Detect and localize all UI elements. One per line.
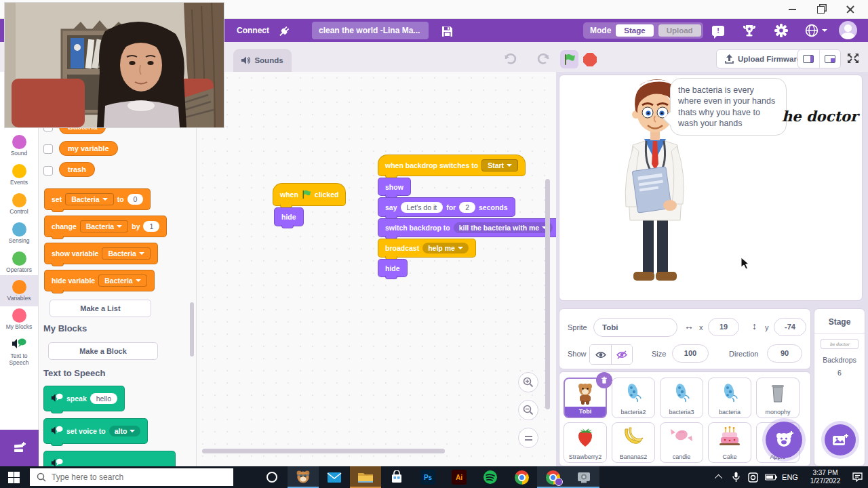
- redo-icon[interactable]: [503, 52, 518, 66]
- mode-stage-button[interactable]: Stage: [616, 24, 653, 37]
- variable-dropdown[interactable]: Bacteria: [65, 193, 113, 205]
- window-maximize-button[interactable]: [808, 0, 833, 19]
- delete-sprite-button[interactable]: [596, 372, 612, 388]
- language-globe-icon[interactable]: [804, 24, 819, 37]
- hide-variable-block[interactable]: hide variable Bacteria: [44, 270, 155, 291]
- green-flag-button[interactable]: [560, 50, 578, 68]
- variable-pill-trash[interactable]: trash: [59, 162, 95, 177]
- tray-microphone-icon[interactable]: [728, 466, 743, 488]
- variable-dropdown[interactable]: Bacteria: [98, 274, 146, 287]
- variable-pill-my-variable[interactable]: my variable: [59, 141, 118, 156]
- zoom-in-button[interactable]: [518, 372, 538, 392]
- category-text-to-speech[interactable]: Text to Speech: [0, 336, 38, 367]
- sprite-name-input[interactable]: [593, 318, 677, 337]
- stop-button[interactable]: [583, 53, 597, 66]
- category-sound[interactable]: Sound: [0, 133, 38, 157]
- connect-menu[interactable]: Connect: [237, 26, 269, 35]
- say-seconds-input[interactable]: 2: [459, 202, 475, 213]
- taskbar-chrome-profile-icon[interactable]: [537, 466, 568, 488]
- when-flag-clicked-block[interactable]: when clicked: [273, 183, 346, 206]
- variable-checkbox-my-variable[interactable]: [43, 144, 53, 154]
- tray-battery-icon[interactable]: [762, 466, 780, 488]
- taskbar-photoshop-icon[interactable]: Ps: [412, 466, 443, 488]
- sprite-item-cake[interactable]: Cake: [708, 422, 751, 463]
- broadcast-block[interactable]: broadcast help me: [378, 239, 476, 258]
- variable-dropdown[interactable]: Bacteria: [80, 220, 128, 232]
- save-icon[interactable]: [439, 24, 454, 38]
- fullscreen-icon[interactable]: [846, 52, 861, 66]
- sprite-item-candie[interactable]: candie: [660, 422, 703, 463]
- window-close-button[interactable]: [838, 0, 863, 19]
- make-a-block-button[interactable]: Make a Block: [48, 342, 158, 360]
- zoom-reset-button[interactable]: [518, 428, 538, 448]
- set-value-input[interactable]: 0: [127, 194, 144, 205]
- y-position-input[interactable]: -74: [774, 318, 806, 336]
- project-name-field[interactable]: clean the world -Lina Ma...: [312, 22, 429, 39]
- palette-scrollbar[interactable]: [190, 302, 194, 357]
- stage-selector-panel[interactable]: Stage he doctor Backdrops 6: [814, 308, 865, 466]
- voice-dropdown[interactable]: alto: [109, 426, 141, 436]
- sprite-item-bacteria2[interactable]: bacteria2: [612, 378, 655, 418]
- hide-block[interactable]: hide: [378, 259, 408, 277]
- search-input[interactable]: [52, 472, 214, 482]
- taskbar-recorder-icon[interactable]: [568, 466, 599, 488]
- script-vertical-scrollbar[interactable]: [545, 179, 550, 409]
- broadcast-message-dropdown[interactable]: help me: [422, 243, 469, 253]
- direction-input[interactable]: 90: [767, 344, 802, 363]
- stage-viewport[interactable]: the bacteria is every where even in your…: [559, 75, 863, 301]
- change-variable-block[interactable]: change Bacteria by 1: [44, 216, 167, 237]
- upload-firmware-button[interactable]: Upload Firmware: [716, 49, 810, 68]
- start-button[interactable]: [8, 472, 20, 483]
- cortana-button[interactable]: [256, 466, 288, 488]
- say-text-input[interactable]: Let's do it: [401, 202, 443, 213]
- x-position-input[interactable]: 19: [708, 318, 739, 336]
- show-variable-block[interactable]: show variable Bacteria: [44, 243, 158, 264]
- backdrop-dropdown[interactable]: kill the bacteria with me: [454, 222, 553, 233]
- taskbar-mail-icon[interactable]: [319, 466, 350, 488]
- show-block[interactable]: show: [378, 178, 411, 196]
- sprite-item-strawberry2[interactable]: Strawberry2: [564, 422, 607, 463]
- add-sprite-button[interactable]: [766, 422, 802, 458]
- category-sensing[interactable]: Sensing: [0, 220, 38, 245]
- variable-dropdown[interactable]: Bacteria: [102, 247, 150, 260]
- tray-language[interactable]: ENG: [778, 466, 802, 488]
- speak-value-input[interactable]: hello: [90, 393, 117, 404]
- hide-block[interactable]: hide: [274, 207, 304, 226]
- window-minimize-button[interactable]: [780, 0, 804, 19]
- when-backdrop-switches-block[interactable]: when backdrop switches to Start: [378, 155, 526, 176]
- category-operators[interactable]: Operators: [0, 249, 38, 274]
- backdrop-dropdown[interactable]: Start: [481, 159, 518, 171]
- speak-block[interactable]: speak hello: [43, 386, 125, 411]
- taskbar-spotify-icon[interactable]: [475, 466, 506, 488]
- taskbar-chrome-icon[interactable]: [506, 466, 537, 488]
- sprite-item-monophy[interactable]: monophy: [756, 378, 800, 418]
- category-my-blocks[interactable]: My Blocks: [0, 306, 38, 331]
- mode-upload-button[interactable]: Upload: [658, 24, 701, 37]
- show-sprite-button[interactable]: [590, 345, 611, 364]
- normal-stage-layout-button[interactable]: [819, 50, 841, 68]
- set-language-block-partial[interactable]: [43, 451, 176, 466]
- make-a-list-button[interactable]: Make a List: [50, 300, 151, 317]
- category-variables[interactable]: Variables: [0, 275, 38, 306]
- backdrop-thumbnail[interactable]: he doctor: [821, 339, 859, 349]
- add-backdrop-button[interactable]: [825, 424, 856, 455]
- action-center-icon[interactable]: [849, 466, 865, 488]
- feedback-icon[interactable]: [711, 24, 726, 37]
- zoom-out-button[interactable]: [518, 400, 538, 420]
- taskbar-illustrator-icon[interactable]: Ai: [443, 466, 475, 488]
- set-variable-block[interactable]: set Bacteria to 0: [44, 188, 151, 210]
- taskbar-file-explorer-icon[interactable]: [350, 466, 381, 488]
- tab-sounds[interactable]: Sounds: [233, 49, 292, 72]
- sprite-item-tobi[interactable]: Tobi: [564, 378, 607, 418]
- hide-sprite-button[interactable]: [611, 345, 632, 364]
- script-area[interactable]: when clicked hide when backdrop switches…: [197, 72, 556, 466]
- undo-icon[interactable]: [536, 52, 551, 66]
- change-value-input[interactable]: 1: [143, 221, 159, 232]
- sprite-item-bacteria3[interactable]: bacteria3: [660, 378, 703, 418]
- tray-obs-icon[interactable]: [745, 466, 761, 488]
- size-input[interactable]: 100: [672, 344, 709, 363]
- avatar[interactable]: [839, 21, 857, 39]
- add-extension-button[interactable]: [0, 430, 39, 466]
- category-control[interactable]: Control: [0, 191, 38, 216]
- script-horizontal-scrollbar[interactable]: [202, 449, 445, 453]
